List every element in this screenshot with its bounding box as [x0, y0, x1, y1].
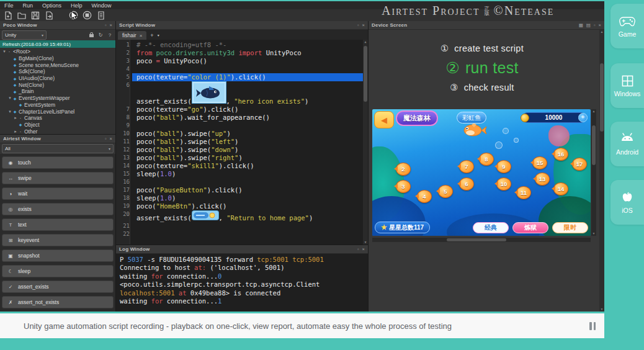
- tree-expand-icon[interactable]: ▾: [2, 49, 7, 54]
- tree-item[interactable]: ▸·Canvas: [0, 115, 115, 122]
- level-node[interactable]: 4: [417, 190, 432, 203]
- scroll-thumb[interactable]: [364, 46, 367, 102]
- code-line[interactable]: 9: [116, 122, 368, 130]
- code-line[interactable]: 8poco("ball").wait_for_appearance(): [116, 114, 368, 122]
- game-horizontal-scrollbar[interactable]: [372, 238, 591, 242]
- tree-item[interactable]: ◆BgMain(Clone): [0, 55, 115, 62]
- add-tab-icon[interactable]: +: [150, 32, 153, 40]
- open-icon[interactable]: [17, 11, 26, 20]
- script-scrollbar[interactable]: ▲ ▼: [363, 40, 368, 245]
- code-line[interactable]: 7poco(texture="go").click(): [116, 105, 368, 114]
- menu-window[interactable]: Window: [92, 2, 112, 9]
- level-node[interactable]: 2: [396, 163, 411, 176]
- menu-options[interactable]: Options: [42, 2, 61, 9]
- pause-icon[interactable]: [588, 322, 596, 330]
- code-line[interactable]: 1# -*- encoding=utf8 -*-: [116, 41, 368, 49]
- tree-item[interactable]: ▾◆Chapter1LevelListPanel: [0, 108, 115, 115]
- scroll-up-icon[interactable]: ▲: [363, 40, 368, 44]
- menu-help[interactable]: Help: [71, 2, 83, 9]
- code-line[interactable]: 19poco("HomeBtn").click(): [116, 202, 368, 210]
- tree-item[interactable]: ◆Net(Clone): [0, 81, 115, 88]
- scroll-down-icon[interactable]: ▼: [363, 240, 368, 245]
- close-icon[interactable]: ×: [362, 22, 365, 28]
- device-panel-scrollbar[interactable]: ▲ ▼: [599, 30, 604, 312]
- tree-expand-icon[interactable]: ▾: [7, 96, 12, 101]
- level-node[interactable]: 3: [396, 180, 411, 193]
- grid-icon[interactable]: ▦: [579, 22, 583, 28]
- level-node[interactable]: 16: [553, 148, 568, 161]
- code-line[interactable]: 20assert_exists(, "Return to home page"): [116, 210, 368, 222]
- poco-mode-select[interactable]: Unity ▾: [2, 30, 47, 40]
- scroll-thumb[interactable]: [447, 238, 506, 241]
- level-node[interactable]: 14: [553, 182, 568, 195]
- level-node[interactable]: 7: [459, 160, 474, 173]
- stop-icon[interactable]: [83, 11, 92, 20]
- game-screenshot[interactable]: ◀ 魔法森林 彩虹鱼 10000 + 234567891011131415161…: [372, 109, 591, 236]
- hero-template-image[interactable]: [192, 81, 226, 105]
- action-sleep[interactable]: ☾sleep: [2, 265, 114, 277]
- action-touch[interactable]: ◉touch: [2, 156, 114, 169]
- mode-timed-button[interactable]: 限时: [552, 222, 588, 233]
- code-line[interactable]: 2from poco.drivers.unity3d import UnityP…: [116, 49, 368, 57]
- tab-fishair[interactable]: fishair ×: [118, 31, 146, 40]
- report-icon[interactable]: [96, 11, 105, 20]
- tab-android[interactable]: Android: [610, 122, 644, 166]
- level-node[interactable]: 13: [535, 173, 550, 186]
- tree-item[interactable]: ▸·Other: [0, 128, 115, 134]
- scroll-up-icon[interactable]: ▲: [599, 30, 604, 34]
- code-line[interactable]: 17poco("PauseButton").click(): [116, 186, 368, 194]
- code-line[interactable]: 3poco = UnityPoco(): [116, 57, 368, 65]
- tree-item[interactable]: ◆UIAudio(Clone): [0, 75, 115, 82]
- action-text[interactable]: Ttext: [2, 218, 114, 231]
- tree-item[interactable]: ◆Sdk(Clone): [0, 68, 115, 75]
- action-snapshot[interactable]: ▣snapshot: [2, 249, 114, 262]
- game-view-scrollbar[interactable]: ▲ ▼: [591, 109, 596, 236]
- action-swipe[interactable]: ↔swipe: [2, 172, 114, 184]
- lock-icon[interactable]: [87, 32, 95, 38]
- level-node[interactable]: 15: [532, 156, 547, 169]
- scroll-down-icon[interactable]: ▼: [591, 231, 596, 236]
- level-node[interactable]: 10: [496, 177, 511, 191]
- close-icon[interactable]: ×: [599, 22, 601, 28]
- scroll-thumb[interactable]: [592, 125, 596, 165]
- code-line[interactable]: 11poco("ball").swipe("left"): [116, 138, 368, 146]
- tab-game[interactable]: Game: [610, 4, 644, 48]
- code-line[interactable]: 4: [116, 65, 368, 73]
- level-node[interactable]: 6: [459, 177, 474, 191]
- tree-expand-icon[interactable]: ▸: [13, 115, 18, 120]
- menu-file[interactable]: File: [4, 2, 14, 9]
- code-line[interactable]: 21: [116, 222, 368, 230]
- scroll-down-icon[interactable]: ▼: [599, 307, 604, 312]
- mode-hell-button[interactable]: 炼狱: [512, 222, 548, 233]
- new-script-icon[interactable]: [3, 11, 12, 20]
- code-line[interactable]: 6assert_exists(, "hero icon exists"): [116, 81, 368, 105]
- code-line[interactable]: 10poco("ball").swipe("up"): [116, 130, 368, 138]
- tree-expand-icon[interactable]: ▸: [13, 129, 18, 134]
- refresh-icon[interactable]: ↻: [97, 32, 104, 38]
- chevron-down-icon[interactable]: ▾: [158, 33, 159, 40]
- code-line[interactable]: 16: [116, 178, 368, 186]
- code-line[interactable]: 12poco("ball").swipe("down"): [116, 146, 368, 154]
- refresh-status[interactable]: Refresh:(2018-03-09 15:49:01): [0, 40, 115, 48]
- level-node[interactable]: 11: [516, 186, 531, 199]
- level-node[interactable]: 17: [572, 158, 587, 171]
- close-icon[interactable]: ×: [362, 246, 365, 252]
- code-editor[interactable]: 1# -*- encoding=utf8 -*-2from poco.drive…: [116, 40, 368, 245]
- tree-item[interactable]: ◆EventSystem: [0, 102, 115, 109]
- level-node[interactable]: 5: [438, 185, 453, 198]
- help-icon[interactable]: ?: [106, 32, 114, 38]
- scroll-up-icon[interactable]: ▲: [591, 109, 596, 114]
- tree-item[interactable]: ▾◆EventSystemWrapper: [0, 95, 115, 102]
- tree-item[interactable]: ◆_Brain: [0, 88, 115, 95]
- float-icon[interactable]: ▫: [105, 22, 107, 28]
- code-line[interactable]: 18sleep(1.0): [116, 194, 368, 202]
- scroll-thumb[interactable]: [600, 63, 604, 132]
- tree-expand-icon[interactable]: ▾: [7, 109, 12, 114]
- action-keyevent[interactable]: ⊞keyevent: [2, 234, 114, 246]
- tree-item[interactable]: ◆Object: [0, 122, 115, 128]
- home-template-image[interactable]: [192, 210, 219, 222]
- menu-run[interactable]: Run: [23, 2, 34, 9]
- level-node[interactable]: 9: [496, 160, 511, 173]
- code-line[interactable]: 15sleep(1.0): [116, 170, 368, 178]
- close-tab-icon[interactable]: ×: [140, 33, 143, 38]
